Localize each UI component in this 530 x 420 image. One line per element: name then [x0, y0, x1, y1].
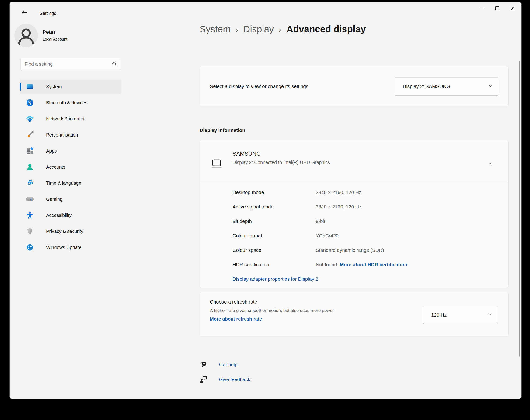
search-input[interactable]	[20, 61, 112, 67]
sidebar-item-label: Personalisation	[46, 132, 78, 138]
apps-icon	[26, 147, 34, 155]
card-divider	[200, 181, 508, 181]
chevron-down-icon	[488, 84, 493, 89]
row-label: Active signal mode	[233, 204, 274, 210]
more-about-hdr-link[interactable]: More about HDR certification	[340, 262, 407, 267]
person-icon	[15, 24, 38, 47]
user-account-type: Local Account	[43, 37, 67, 42]
sidebar-item-accessibility[interactable]: Accessibility	[20, 208, 121, 222]
chevron-up-icon	[488, 161, 493, 168]
get-help-link[interactable]: Get help	[219, 362, 237, 367]
sidebar-item-accounts[interactable]: Accounts	[20, 160, 121, 174]
display-adapter-properties-link[interactable]: Display adapter properties for Display 2	[233, 276, 318, 282]
sidebar-item-gaming[interactable]: Gaming	[20, 192, 121, 206]
collapse-expander[interactable]	[486, 160, 495, 169]
breadcrumb-display[interactable]: Display	[243, 24, 274, 34]
row-value: 3840 × 2160, 120 Hz	[316, 190, 361, 195]
minimize-button[interactable]	[474, 2, 490, 15]
time-language-icon	[26, 179, 34, 187]
info-row-colour-space: Colour space Standard dynamic range (SDR…	[200, 244, 508, 258]
row-value: 3840 × 2160, 120 Hz	[316, 204, 361, 210]
select-display-label: Select a display to view or change its s…	[210, 66, 309, 106]
settings-window: Settings Peter Local Account	[9, 2, 522, 399]
sidebar-item-system[interactable]: System	[20, 80, 121, 94]
page-title: Advanced display	[287, 24, 366, 34]
display-information-heading: Display information	[200, 127, 245, 133]
hdr-value: Not found	[316, 262, 337, 267]
row-value: 8-bit	[316, 219, 325, 224]
info-row-bit-depth: Bit depth 8-bit	[200, 215, 508, 229]
shield-icon	[26, 227, 34, 235]
sidebar-item-label: Accessibility	[46, 213, 72, 218]
network-icon	[26, 115, 34, 123]
sidebar-item-label: Network & internet	[46, 116, 85, 122]
maximize-button[interactable]	[490, 2, 505, 15]
row-label: Colour space	[233, 247, 261, 253]
row-value: Not foundMore about HDR certification	[316, 262, 407, 267]
info-row-active-signal-mode: Active signal mode 3840 × 2160, 120 Hz	[200, 200, 508, 215]
search-icon[interactable]	[112, 61, 117, 67]
selected-accent-bar	[20, 83, 21, 91]
sidebar-item-apps[interactable]: Apps	[20, 144, 121, 158]
minimize-icon	[479, 6, 485, 12]
monitor-icon	[211, 158, 223, 171]
vertical-scrollbar[interactable]	[519, 61, 519, 357]
refresh-rate-title: Choose a refresh rate	[210, 299, 257, 305]
refresh-rate-card: Choose a refresh rate A higher rate give…	[200, 292, 509, 336]
close-button[interactable]	[505, 2, 520, 15]
user-name: Peter	[43, 29, 56, 35]
help-bubble-icon: ?	[200, 360, 209, 369]
sidebar-item-time-language[interactable]: Time & language	[20, 176, 121, 190]
device-name: SAMSUNG	[233, 151, 261, 157]
refresh-rate-value: 120 Hz	[431, 312, 447, 318]
search-box	[20, 58, 121, 70]
chevron-down-icon	[487, 312, 492, 318]
sidebar-item-personalisation[interactable]: Personalisation	[20, 128, 121, 142]
display-information-card: SAMSUNG Display 2: Connected to Intel(R)…	[200, 140, 509, 288]
chevron-right-icon: ›	[236, 25, 238, 34]
breadcrumb-system[interactable]: System	[200, 24, 231, 34]
back-arrow-icon	[21, 10, 27, 16]
feedback-person-icon	[200, 375, 209, 384]
svg-text:?: ?	[203, 362, 205, 366]
row-label: Desktop mode	[233, 190, 264, 195]
sidebar-item-label: Time & language	[46, 181, 81, 186]
chevron-right-icon: ›	[279, 25, 281, 34]
sidebar-item-label: Privacy & security	[46, 229, 83, 234]
sidebar-item-label: Accounts	[46, 165, 65, 170]
avatar	[15, 24, 38, 47]
accessibility-icon	[26, 211, 34, 219]
info-row-colour-format: Colour format YCbCr420	[200, 229, 508, 244]
back-button[interactable]	[19, 8, 29, 18]
info-row-desktop-mode: Desktop mode 3840 × 2160, 120 Hz	[200, 186, 508, 200]
info-row-hdr-certification: HDR certification Not foundMore about HD…	[200, 258, 508, 273]
gaming-icon	[26, 195, 34, 203]
sidebar-item-privacy-security[interactable]: Privacy & security	[20, 224, 121, 238]
breadcrumb: System › Display › Advanced display	[200, 24, 366, 34]
window-title: Settings	[39, 11, 56, 16]
windows-update-icon	[26, 243, 34, 251]
sidebar-item-label: Bluetooth & devices	[46, 100, 88, 106]
sidebar-item-windows-update[interactable]: Windows Update	[20, 240, 121, 254]
system-icon	[26, 83, 34, 91]
device-subtitle: Display 2: Connected to Intel(R) UHD Gra…	[233, 160, 330, 165]
sidebar-item-network-internet[interactable]: Network & internet	[20, 112, 121, 126]
close-icon	[510, 6, 515, 12]
row-value: Standard dynamic range (SDR)	[316, 247, 384, 253]
sidebar-item-label: Windows Update	[46, 245, 81, 250]
display-select-dropdown[interactable]: Display 2: SAMSUNG	[395, 77, 499, 96]
display-select-value: Display 2: SAMSUNG	[403, 84, 450, 89]
sidebar-item-label: Apps	[46, 148, 57, 154]
accounts-icon	[26, 163, 34, 171]
sidebar-item-label: Gaming	[46, 196, 62, 202]
select-display-card: Select a display to view or change its s…	[200, 66, 509, 106]
sidebar-item-label: System	[46, 84, 62, 89]
give-feedback-row[interactable]: Give feedback	[200, 374, 250, 385]
more-about-refresh-rate-link[interactable]: More about refresh rate	[210, 316, 262, 322]
give-feedback-link[interactable]: Give feedback	[219, 377, 250, 382]
get-help-row[interactable]: ? Get help	[200, 359, 237, 370]
window-controls	[474, 2, 520, 15]
refresh-rate-dropdown[interactable]: 120 Hz	[423, 306, 498, 324]
sidebar-item-bluetooth-devices[interactable]: Bluetooth & devices	[20, 96, 121, 110]
personalisation-icon	[26, 131, 34, 139]
